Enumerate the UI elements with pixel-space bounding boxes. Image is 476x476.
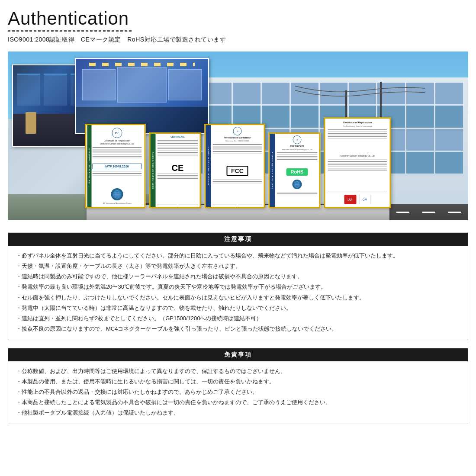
cert-lower-lines xyxy=(93,170,142,187)
globe-icon xyxy=(111,188,123,200)
qa-org: The Certification Board of International xyxy=(328,125,387,127)
rohs-logo: ☆ xyxy=(293,135,302,144)
ce-certificate: CERTIFICATE OF CONFORMITY CERTIFICATE xyxy=(149,132,201,208)
qa-cert-inner: Certificate of Registration The Certific… xyxy=(325,119,390,207)
rohs-title: CERTIFICATE xyxy=(277,145,318,148)
fcc-cert-inner: ☆ Verification of Conformity Reference N… xyxy=(206,125,264,207)
iaf-logo: IAF xyxy=(344,195,356,204)
certificate-image-area: CERTIFICATE OF CONFORMITY IAF Certificat… xyxy=(8,51,468,220)
window xyxy=(435,106,463,127)
cert-side-blue-rohs: CERTIFICATE OF CONFORMITY xyxy=(270,134,275,207)
page-title: Authentication xyxy=(8,9,468,29)
window xyxy=(435,152,463,174)
caution-item: ・天候・気温・設置角度・ケーブルの長さ（太さ）等で発電効率が大きく左右されます。 xyxy=(16,261,460,271)
caution-item: ・必ずパネル全体を直射日光に当てるようにしてください。部分的に日陰に入っている場… xyxy=(16,251,460,261)
page-title-section: Authentication ISO9001:2008認証取得 CEマーク認定 … xyxy=(8,9,468,44)
rohs-certificate: CERTIFICATE OF CONFORMITY ☆ CERTIFICATE … xyxy=(269,132,321,208)
cert-side-green: CERTIFICATE OF CONFORMITY xyxy=(151,134,156,207)
fcc-certificate: VERIFICATION OF CONFORMITY ☆ Verificatio… xyxy=(205,124,265,208)
cert-iatf-badge: IATF 16949:2016 xyxy=(93,164,142,169)
fcc-lower xyxy=(213,178,262,199)
fcc-title: Verification of Conformity xyxy=(213,136,262,139)
fcc-ref: Reference No.: XXXXXXXXXX xyxy=(213,140,262,142)
cert-company: Shenzhen Samson Technology Co., Ltd xyxy=(93,143,142,145)
window xyxy=(233,83,261,104)
caution-section: 注意事項 ・必ずパネル全体を直射日光に当てるようにしてください。部分的に日陰に入… xyxy=(8,232,468,340)
rohs-globe xyxy=(293,180,302,189)
qai-logo: QAI xyxy=(359,195,371,204)
rohs-lower xyxy=(277,191,318,206)
cert-side-blue-fcc: VERIFICATION OF CONFORMITY xyxy=(206,125,211,207)
warranty-section: 免責事項 ・公称数値、および、出力時間等はご使用環境によって異なりますので、保証… xyxy=(8,348,468,424)
window xyxy=(406,106,434,127)
fcc-lines xyxy=(213,143,262,164)
cert-label: CERTIFICATE xyxy=(158,135,198,138)
caution-item: ・接点不良の原因になりますので、MC4コネクターケーブルを強く引っ張ったり、ピン… xyxy=(16,324,460,334)
subtitle: ISO9001:2008認証取得 CEマーク認定 RoHS対応工場で製造されてい… xyxy=(8,36,468,44)
warranty-header: 免責事項 xyxy=(8,348,468,361)
warranty-item: ・本製品の使用、または、使用不能時に生じるいかなる損害に関しては、一切の責任を負… xyxy=(16,377,460,386)
power-lines xyxy=(295,82,425,108)
warranty-item: ・本商品と接続したことによる電気製品の不具合や破損には一切の責任を負いかねますの… xyxy=(16,398,460,407)
certificates-container: CERTIFICATE OF CONFORMITY IAF Certificat… xyxy=(85,117,391,208)
warranty-item: ・他社製ポータブル電源接続（入力値）は保証いたしかねます。 xyxy=(16,408,460,418)
cert-content-lines xyxy=(93,146,142,162)
rohs-lines xyxy=(277,151,318,166)
window xyxy=(262,83,289,104)
window xyxy=(435,83,463,104)
caution-item: ・セル面を強く押したり、ぶつけたりしないでください。セルに表面からは見えないヒビ… xyxy=(16,293,460,302)
rohs-badge: RoHS xyxy=(286,168,308,176)
cert-lower2 xyxy=(158,172,198,197)
window xyxy=(406,152,434,174)
qa-sigs xyxy=(328,186,387,192)
warranty-item: ・性能上の不具合以外の返品・交換には対応いたしかねますので、あらかじめご了承くだ… xyxy=(16,387,460,397)
caution-body: ・必ずパネル全体を直射日光に当てるようにしてください。部分的に日陰に入っている場… xyxy=(8,246,468,340)
cert-signatures xyxy=(158,199,198,205)
cert-title: Certificate of Registration xyxy=(93,139,142,142)
cert-side-text: CERTIFICATE OF CONFORMITY xyxy=(87,125,92,207)
caution-item: ・発電中（太陽に当てている時）は非常に高温となりますので、物を載せたり、触れたり… xyxy=(16,303,460,313)
qa-certificate: Certificate of Registration The Certific… xyxy=(324,117,391,208)
rohs-cert-inner: ☆ CERTIFICATE Shenzhen Samson Technology… xyxy=(270,134,319,207)
caution-header: 注意事項 xyxy=(8,233,468,246)
title-underline xyxy=(8,30,133,32)
warranty-item: ・公称数値、および、出力時間等はご使用環境によって異なりますので、保証するもので… xyxy=(16,367,460,376)
iatf-certificate: CERTIFICATE OF CONFORMITY IAF Certificat… xyxy=(85,124,146,208)
qa-mid-lines xyxy=(328,158,387,183)
caution-item: ・発電効率の最も良い環境は外気温20〜30℃前後です。真夏の炎天下や寒冷地等では… xyxy=(16,282,460,292)
qa-logos: IAF QAI xyxy=(328,195,387,204)
qa-lines xyxy=(328,129,387,154)
qa-title: Certificate of Registration xyxy=(328,121,387,124)
qa-company: Shenzhen Samson Technology Co., Ltd xyxy=(328,155,387,157)
caution-item: ・連結は直列・並列に関わらず2枚までとしてください。（GP1500/1200への… xyxy=(16,314,460,323)
ce-mark: CE xyxy=(158,164,198,172)
caution-item: ・連結時は同製品のみ可能ですので、他仕様ソーラーパネルを連結された場合は破損や不… xyxy=(16,272,460,281)
fcc-badge-text: FCC xyxy=(229,168,246,174)
fcc-sigs xyxy=(213,200,262,205)
cert-lines2 xyxy=(158,139,198,164)
cert-footer: IAF International Accreditation Forum xyxy=(93,202,142,204)
ce-cert-inner: CERTIFICATE CE xyxy=(151,134,200,207)
rohs-company: Shenzhen Samson Technology Co., Ltd xyxy=(277,148,318,151)
fcc-badge: FCC xyxy=(227,166,248,176)
warranty-body: ・公称数値、および、出力時間等はご使用環境によって異なりますので、保証するもので… xyxy=(8,361,468,424)
rohs-badge-text: RoHS xyxy=(289,170,306,174)
window xyxy=(435,129,463,151)
window xyxy=(406,129,434,151)
fcc-logo: ☆ xyxy=(233,127,242,135)
cert-org-logo: IAF xyxy=(93,128,142,138)
